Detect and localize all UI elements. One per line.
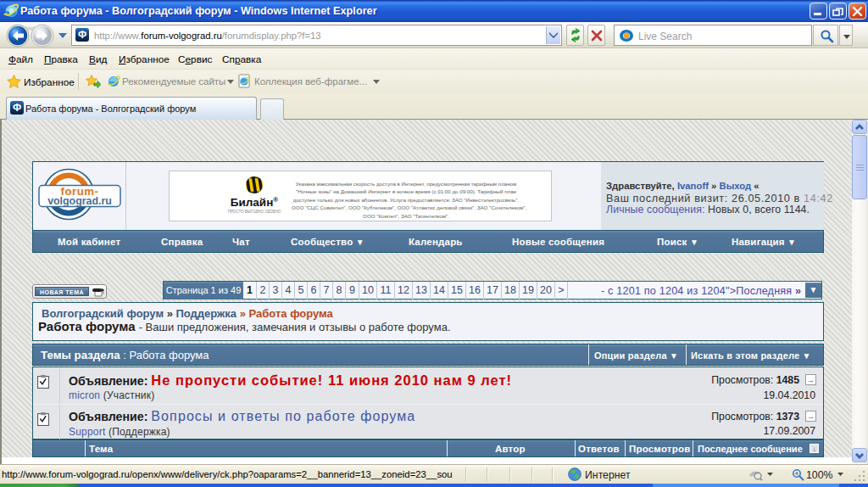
svg-text:volgograd.ru: volgograd.ru	[47, 195, 112, 207]
